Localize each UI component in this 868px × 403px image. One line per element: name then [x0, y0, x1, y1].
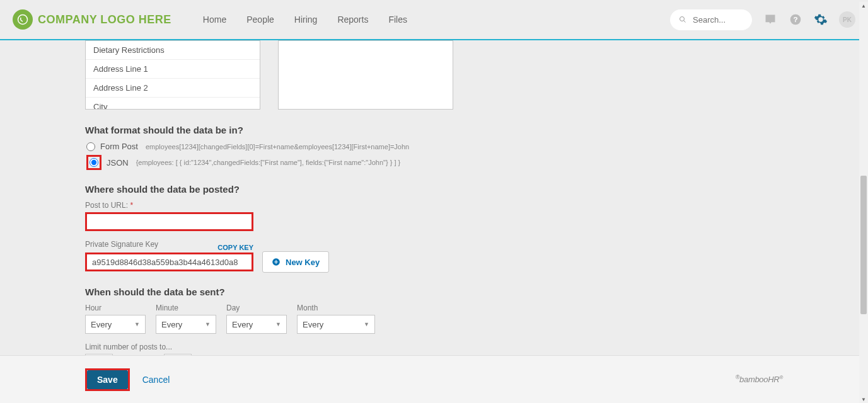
chevron-down-icon: ▼ — [134, 321, 140, 327]
select-minute-group: Minute Every▼ — [156, 304, 216, 334]
list-item[interactable]: Address Line 1 — [86, 60, 260, 79]
svg-line-2 — [684, 21, 686, 23]
list-item[interactable]: Dietary Restrictions — [86, 41, 260, 60]
select-month-group: Month Every▼ — [297, 304, 375, 334]
radio-formpost[interactable] — [86, 142, 95, 151]
radio-json[interactable] — [90, 158, 98, 167]
limit-label: Limit number of posts to... — [85, 343, 783, 351]
chevron-down-icon: ▼ — [364, 321, 369, 327]
radio-desc: {employees: [ { id:"1234",changedFields:… — [136, 159, 401, 166]
format-option-json[interactable]: JSON {employees: [ { id:"1234",changedFi… — [85, 155, 783, 170]
content-wrap: Dietary Restrictions Address Line 1 Addr… — [0, 40, 868, 355]
top-bar: COMPANY LOGO HERE Home People Hiring Rep… — [0, 0, 868, 40]
svg-text:?: ? — [793, 15, 797, 23]
select-month[interactable]: Every▼ — [297, 315, 375, 334]
list-item[interactable]: Address Line 2 — [86, 79, 260, 98]
search-icon — [679, 15, 686, 24]
format-heading: What format should the data be in? — [85, 125, 783, 135]
list-item[interactable]: City — [86, 98, 260, 110]
content: Dietary Restrictions Address Line 1 Addr… — [0, 40, 868, 355]
svg-point-0 — [18, 15, 28, 25]
schedule-heading: When should the data be sent? — [85, 287, 783, 297]
format-option-formpost[interactable]: Form Post employees[1234][changedFields]… — [85, 142, 783, 151]
radio-desc: employees[1234][changedFields][0]=First+… — [146, 143, 409, 150]
select-label: Day — [226, 304, 287, 312]
footer-bar: Save Cancel ®bambooHR® — [0, 355, 868, 403]
brand-footer: ®bambooHR® — [736, 374, 783, 384]
available-fields-listbox: Dietary Restrictions Address Line 1 Addr… — [85, 40, 260, 110]
main-nav: Home People Hiring Reports Files — [203, 14, 407, 25]
select-label: Hour — [85, 304, 146, 312]
topbar-right: ? PK — [670, 9, 855, 30]
select-hour[interactable]: Every▼ — [85, 315, 146, 334]
nav-hiring[interactable]: Hiring — [294, 14, 318, 25]
cancel-button[interactable]: Cancel — [142, 375, 170, 385]
svg-point-1 — [680, 17, 685, 21]
nav-files[interactable]: Files — [388, 14, 407, 25]
company-logo[interactable]: COMPANY LOGO HERE — [13, 9, 171, 30]
inbox-icon[interactable] — [763, 13, 777, 26]
chevron-down-icon: ▼ — [275, 321, 281, 327]
field-picker-row: Dietary Restrictions Address Line 1 Addr… — [85, 40, 783, 110]
avatar[interactable]: PK — [839, 11, 855, 28]
select-label: Month — [297, 304, 375, 312]
key-label: Private Signature Key — [85, 240, 158, 249]
search-input[interactable] — [693, 15, 743, 25]
page-scrollbar[interactable]: ▲ ▼ — [859, 2, 868, 403]
post-url-input[interactable] — [85, 212, 253, 231]
schedule-section: When should the data be sent? Hour Every… — [85, 287, 783, 355]
logo-text: COMPANY LOGO HERE — [38, 13, 171, 26]
chevron-down-icon: ▼ — [205, 321, 211, 327]
format-section: What format should the data be in? Form … — [85, 125, 783, 170]
highlight-json-radio — [86, 155, 101, 170]
scroll-down-icon[interactable]: ▼ — [860, 395, 867, 403]
copy-key-link[interactable]: COPY KEY — [217, 244, 253, 251]
nav-home[interactable]: Home — [203, 14, 226, 25]
schedule-row: Hour Every▼ Minute Every▼ Day Every▼ Mon… — [85, 304, 783, 334]
select-minute[interactable]: Every▼ — [156, 315, 216, 334]
save-button[interactable]: Save — [87, 370, 128, 389]
url-label: Post to URL: * — [85, 201, 783, 210]
scrollbar-thumb[interactable] — [860, 176, 867, 314]
post-section: Where should the data be posted? Post to… — [85, 184, 783, 273]
new-key-label: New Key — [286, 258, 320, 267]
gear-icon[interactable] — [814, 13, 828, 26]
nav-reports[interactable]: Reports — [337, 14, 368, 25]
search-box[interactable] — [670, 9, 752, 30]
fields-list[interactable]: Dietary Restrictions Address Line 1 Addr… — [85, 40, 260, 110]
logo-icon — [13, 9, 33, 30]
signature-key-input[interactable] — [85, 253, 253, 271]
help-icon[interactable]: ? — [789, 13, 802, 26]
plus-circle-icon — [272, 258, 281, 266]
nav-people[interactable]: People — [246, 14, 274, 25]
selected-fields-listbox[interactable] — [278, 40, 453, 110]
radio-label: JSON — [107, 158, 129, 167]
select-hour-group: Hour Every▼ — [85, 304, 146, 334]
highlight-save: Save — [85, 368, 130, 391]
scroll-up-icon[interactable]: ▲ — [860, 2, 867, 9]
radio-label: Form Post — [100, 142, 138, 151]
select-label: Minute — [156, 304, 216, 312]
select-day[interactable]: Every▼ — [226, 315, 287, 334]
select-day-group: Day Every▼ — [226, 304, 287, 334]
post-heading: Where should the data be posted? — [85, 184, 783, 195]
new-key-button[interactable]: New Key — [262, 251, 329, 273]
